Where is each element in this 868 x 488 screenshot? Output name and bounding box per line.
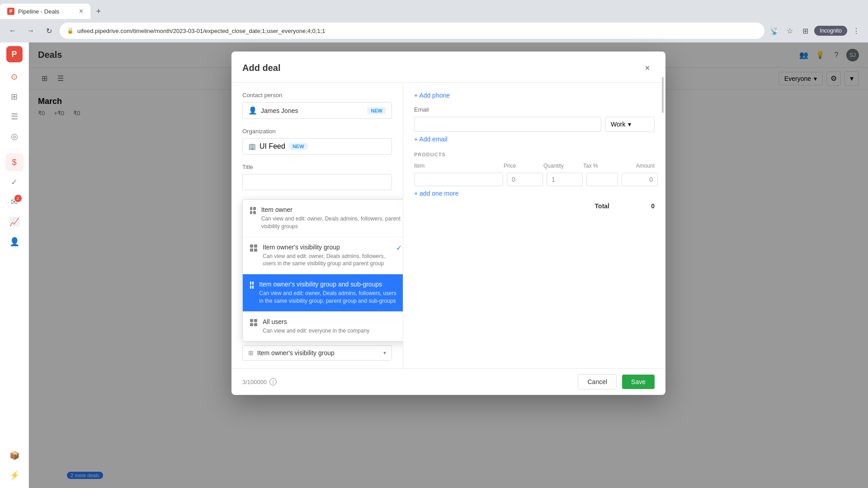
address-bar[interactable]: 🔒 uifeed.pipedrive.com/timeline/month/20… [60,23,764,39]
currency-icon: $ [12,158,16,167]
extensions-icon[interactable]: ⊞ [799,24,811,37]
sidebar-item-automation[interactable]: ⚡ [5,466,24,484]
email-type-select[interactable]: Work ▾ [605,117,655,132]
browser-chrome: P Pipeline - Deals × + ← → ↻ 🔒 uifeed.pi… [0,0,868,42]
sidebar-item-tasks[interactable]: ✓ [5,173,24,191]
contact-name-value: James Jones [261,107,363,114]
char-count-value: 3/100000 [242,379,267,385]
item-owner-desc: Can view and edit: owner, Deals admins, … [261,215,402,230]
sidebar-item-products[interactable]: 📦 [5,446,24,465]
back-button[interactable]: ← [5,23,20,38]
products-title: PRODUCTS [414,152,655,157]
title-input[interactable] [242,174,392,190]
grid-icon-owner [250,207,256,214]
email-input[interactable] [414,117,601,132]
email-section: Email Work ▾ + Add email [414,106,655,143]
item-owner-title: Item owner [261,206,402,213]
cancel-button[interactable]: Cancel [578,374,617,389]
add-one-more-link[interactable]: + add one more [414,190,655,197]
new-tab-button[interactable]: + [92,5,105,18]
dropdown-item-all-users[interactable]: All users Can view and edit: everyone in… [243,312,403,341]
sidebar-item-currency[interactable]: $ [5,153,24,171]
add-phone-link[interactable]: + Add phone [414,92,655,99]
organization-section: Organization 🏢 UI Feed NEW [242,128,392,155]
forward-button[interactable]: → [24,23,38,38]
active-tab[interactable]: P Pipeline - Deals × [0,4,90,19]
modal-title: Add deal [242,63,280,73]
product-qty-input[interactable] [547,173,583,186]
title-section: Title [242,164,392,190]
product-amount-input[interactable] [622,173,658,186]
dropdown-item-visibility-group[interactable]: Item owner's visibility group Can view a… [243,237,403,275]
modal-close-button[interactable]: × [640,61,655,75]
sidebar-item-mail[interactable]: ✉ 2 [5,193,24,211]
sidebar-divider [9,149,20,150]
total-value: 0 [627,202,655,210]
email-label: Email [414,106,655,113]
item-all-users-desc: Can view and edit: everyone in the compa… [263,327,369,335]
tab-close-button[interactable]: × [79,7,83,15]
reload-button[interactable]: ↻ [42,23,56,38]
browser-nav-bar: ← → ↻ 🔒 uifeed.pipedrive.com/timeline/mo… [0,19,868,42]
check-icon: ✓ [396,244,402,252]
sidebar-item-pipeline[interactable]: ⊞ [5,88,24,106]
right-panel: + Add phone Email Work ▾ + A [403,83,665,368]
modal-footer: 3/100000 i Cancel Save [231,368,665,395]
sidebar: P ⊙ ⊞ ☰ ◎ $ ✓ ✉ 2 📈 👤 [0,42,29,488]
item-all-users-content: All users Can view and edit: everyone in… [263,318,369,335]
org-new-badge: NEW [289,143,308,150]
tab-title: Pipeline - Deals [18,8,59,15]
grid-icon-visibility [250,244,257,252]
info-icon[interactable]: i [269,378,277,385]
modal-body: Contact person 👤 James Jones NEW Organiz… [231,83,665,368]
tasks-icon: ✓ [11,177,18,187]
contact-person-input[interactable]: 👤 James Jones NEW [242,102,392,119]
item-visibility-content: Item owner's visibility group Can view a… [263,244,391,268]
product-price-input[interactable] [507,173,543,186]
visibility-section: Item owner Can view and edit: owner, Dea… [242,199,392,361]
visibility-selector-value: Item owner's visibility group [257,349,380,357]
security-icon: 🔒 [67,28,74,34]
bookmark-icon[interactable]: ☆ [783,24,796,37]
modal-overlay: Add deal × Contact person 👤 James Jones [29,42,868,488]
org-name-value: UI Feed [259,142,285,150]
left-panel: Contact person 👤 James Jones NEW Organiz… [231,83,403,368]
incognito-label: Incognito [820,28,842,34]
product-tax-input[interactable] [586,173,618,186]
products-icon: 📦 [9,450,19,460]
tab-favicon: P [7,8,14,15]
sidebar-item-target[interactable]: ◎ [5,127,24,145]
dropdown-item-visibility-subgroups[interactable]: Item owner's visibility group and sub-gr… [243,274,403,312]
product-item-input[interactable] [414,173,503,186]
char-count: 3/100000 i [242,378,277,385]
person-icon: 👤 [248,106,257,115]
visibility-selector[interactable]: ⊞ Item owner's visibility group ▾ [242,345,392,361]
col-amount-header: Amount [618,163,655,169]
sidebar-item-home[interactable]: ⊙ [5,68,24,86]
add-email-link[interactable]: + Add email [414,136,655,143]
save-button[interactable]: Save [622,375,655,389]
contact-new-badge: NEW [367,107,386,114]
sidebar-item-contacts[interactable]: 👤 [5,233,24,251]
menu-icon[interactable]: ⋮ [850,24,863,37]
organization-input[interactable]: 🏢 UI Feed NEW [242,138,392,155]
modal-header: Add deal × [231,52,665,83]
products-table-header: Item Price Quantity Tax % Amount [414,163,655,169]
cast-icon[interactable]: 📡 [768,24,781,37]
organization-label: Organization [242,128,392,135]
url-text: uifeed.pipedrive.com/timeline/month/2023… [77,28,326,34]
item-subgroups-desc: Can view and edit: owner, Deals admins, … [259,290,402,305]
sidebar-item-list[interactable]: ☰ [5,108,24,126]
profile-button[interactable]: Incognito [814,26,847,36]
list-icon: ☰ [11,112,18,122]
app-logo[interactable]: P [6,46,23,62]
products-section: PRODUCTS Item Price Quantity Tax % Amoun… [414,152,655,210]
email-type-value: Work [611,121,625,128]
sidebar-item-reports[interactable]: 📈 [5,213,24,231]
dropdown-item-owner[interactable]: Item owner Can view and edit: owner, Dea… [243,200,403,237]
visibility-selector-icon: ⊞ [248,349,254,357]
app-layout: P ⊙ ⊞ ☰ ◎ $ ✓ ✉ 2 📈 👤 [0,42,868,488]
title-label: Title [242,164,392,170]
scroll-indicator [662,83,664,113]
item-all-users-title: All users [263,318,369,325]
